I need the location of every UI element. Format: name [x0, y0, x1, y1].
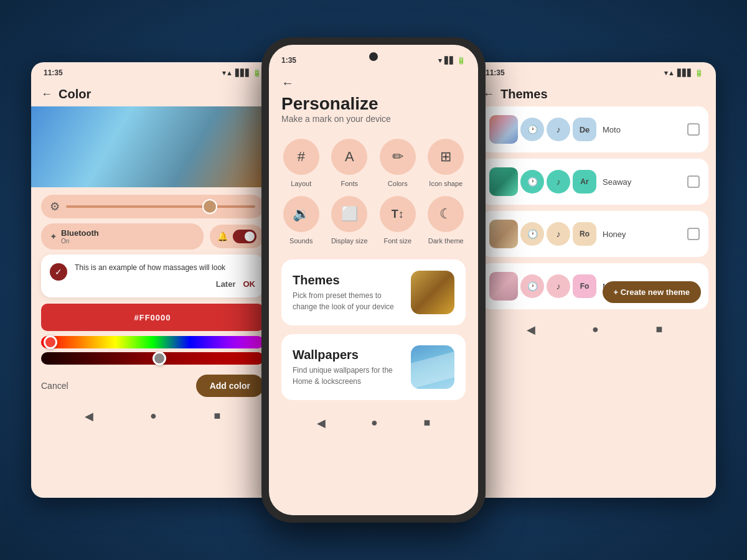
right-bottom-nav: ◀ ● ■ — [473, 315, 716, 344]
icon-shape-label: Icon shape — [429, 180, 463, 187]
cancel-button[interactable]: Cancel — [41, 381, 68, 391]
themes-list: 🕐 ♪ De Moto 🕐 ♪ Ar S — [473, 106, 716, 309]
display-size-icon: ⬜ — [331, 196, 367, 232]
center-time: 1:35 — [281, 56, 296, 65]
brightness-slider[interactable] — [66, 205, 255, 208]
left-bottom-nav: ◀ ● ■ — [31, 402, 274, 431]
display-size-label: Display size — [331, 237, 368, 245]
center-page-title: Personalize — [281, 94, 466, 114]
left-signal-icon: ▋▋▋ — [235, 69, 250, 77]
left-time: 11:35 — [44, 68, 63, 77]
center-home-nav[interactable]: ● — [371, 416, 378, 430]
layout-label: Layout — [291, 180, 311, 187]
fonts-icon: A — [331, 139, 367, 175]
center-back-nav[interactable]: ◀ — [317, 416, 326, 430]
right-signal-icon: ▋▋▋ — [677, 69, 692, 77]
theme-card-merlot[interactable]: 🕐 ♪ Fo Merlot + Create new theme — [481, 263, 708, 309]
merlot-clock-icon: 🕐 — [520, 274, 544, 298]
left-battery-icon: 🔋 — [253, 69, 261, 77]
bluetooth-chip: ✦ Bluetooth On — [41, 223, 204, 250]
toggle-wrap: 🔔 — [210, 225, 264, 248]
brightness-icon: ⚙ — [50, 200, 60, 213]
grid-item-layout[interactable]: # Layout — [281, 139, 321, 187]
moto-checkbox[interactable] — [687, 123, 700, 136]
left-recents-nav[interactable]: ■ — [214, 409, 220, 423]
right-recents-nav[interactable]: ■ — [655, 323, 662, 337]
honey-checkbox[interactable] — [687, 228, 700, 240]
seaway-preview: 🕐 ♪ Ar — [489, 167, 596, 196]
ok-button[interactable]: OK — [243, 279, 256, 289]
moto-de-icon: De — [573, 118, 596, 141]
theme-card-moto[interactable]: 🕐 ♪ De Moto — [481, 106, 708, 152]
merlot-wallpaper — [489, 272, 518, 301]
message-actions: Later OK — [75, 279, 255, 289]
add-color-button[interactable]: Add color — [196, 375, 264, 397]
honey-ro-icon: Ro — [573, 222, 596, 246]
brightness-thumb[interactable] — [202, 199, 217, 214]
themes-card[interactable]: Themes Pick from preset themes to change… — [281, 259, 466, 325]
left-screen: 11:35 ▾▲ ▋▋▋ 🔋 ← Color ⚙ ✦ Bluetooth — [31, 62, 274, 498]
grid-item-dark-theme[interactable]: ☾ Dark theme — [426, 196, 466, 245]
moto-clock-icon: 🕐 — [520, 118, 544, 141]
left-status-icons: ▾▲ ▋▋▋ 🔋 — [222, 69, 261, 77]
rainbow-slider[interactable] — [41, 336, 264, 348]
right-header: ← Themes — [473, 80, 716, 106]
right-page-title: Themes — [500, 87, 548, 101]
toggle-switch[interactable] — [233, 230, 256, 243]
left-back-nav[interactable]: ◀ — [85, 409, 93, 423]
wallpaper-card-desc: Find unique wallpapers for the Home & lo… — [293, 365, 402, 387]
create-theme-button[interactable]: + Create new theme — [603, 281, 701, 303]
center-content: ← Personalize Make a mark on your device… — [269, 67, 478, 400]
themes-card-desc: Pick from preset themes to change the lo… — [293, 290, 402, 312]
message-card: ✓ This is an example of how massages wil… — [41, 254, 264, 297]
layout-icon: # — [283, 139, 319, 175]
seaway-icons: 🕐 ♪ Ar — [520, 167, 596, 196]
moto-music-icon: ♪ — [547, 118, 570, 141]
grid-item-colors[interactable]: ✏ Colors — [378, 139, 418, 187]
moto-wallpaper — [489, 115, 518, 144]
seaway-clock-icon: 🕐 — [520, 170, 544, 194]
right-time: 11:35 — [486, 68, 505, 77]
moto-icons: 🕐 ♪ De — [520, 115, 596, 144]
fonts-label: Fonts — [341, 180, 358, 187]
check-icon: ✓ — [50, 263, 67, 281]
wallpaper-card[interactable]: Wallpapers Find unique wallpapers for th… — [281, 334, 466, 400]
dark-thumb[interactable] — [153, 352, 166, 365]
left-back-button[interactable]: ← — [41, 88, 52, 101]
honey-theme-name: Honey — [603, 230, 681, 239]
right-home-nav[interactable]: ● — [592, 323, 599, 337]
right-screen: 11:35 ▾▲ ▋▋▋ 🔋 ← Themes 🕐 ♪ De — [473, 62, 716, 498]
bluetooth-status: On — [61, 238, 99, 245]
wallpaper-banner — [31, 106, 274, 187]
grid-item-sounds[interactable]: 🔉 Sounds — [281, 196, 321, 245]
seaway-checkbox[interactable] — [687, 175, 700, 188]
grid-item-font-size[interactable]: T↕ Font size — [378, 196, 418, 245]
grid-item-display-size[interactable]: ⬜ Display size — [330, 196, 370, 245]
honey-clock-icon: 🕐 — [520, 222, 544, 246]
bluetooth-row: ✦ Bluetooth On 🔔 — [41, 223, 264, 250]
right-back-nav[interactable]: ◀ — [527, 323, 535, 337]
merlot-music-icon: ♪ — [547, 274, 570, 298]
sounds-label: Sounds — [289, 237, 312, 245]
grid-item-icon-shape[interactable]: ⊞ Icon shape — [426, 139, 466, 187]
theme-card-seaway[interactable]: 🕐 ♪ Ar Seaway — [481, 159, 708, 205]
center-recents-nav[interactable]: ■ — [423, 416, 430, 430]
bell-icon: 🔔 — [217, 231, 228, 241]
dark-slider[interactable] — [41, 352, 264, 365]
honey-music-icon: ♪ — [547, 222, 570, 246]
honey-icons: 🕐 ♪ Ro — [520, 220, 596, 248]
phone-inner: 1:35 ▾ ▋▋ 🔋 ← Personalize Make a mark on… — [269, 45, 478, 515]
center-back-button[interactable]: ← — [281, 72, 466, 94]
left-page-title: Color — [59, 87, 91, 101]
left-home-nav[interactable]: ● — [150, 409, 157, 423]
center-bottom-nav: ◀ ● ■ — [269, 409, 478, 437]
later-button[interactable]: Later — [216, 279, 236, 289]
brightness-row: ⚙ — [41, 195, 264, 218]
theme-card-honey[interactable]: 🕐 ♪ Ro Honey — [481, 211, 708, 257]
dark-theme-label: Dark theme — [428, 237, 464, 245]
sounds-icon: 🔉 — [283, 196, 319, 232]
rainbow-thumb[interactable] — [44, 335, 57, 349]
themes-card-title: Themes — [293, 273, 402, 287]
grid-item-fonts[interactable]: A Fonts — [330, 139, 370, 187]
merlot-fo-icon: Fo — [573, 274, 596, 298]
